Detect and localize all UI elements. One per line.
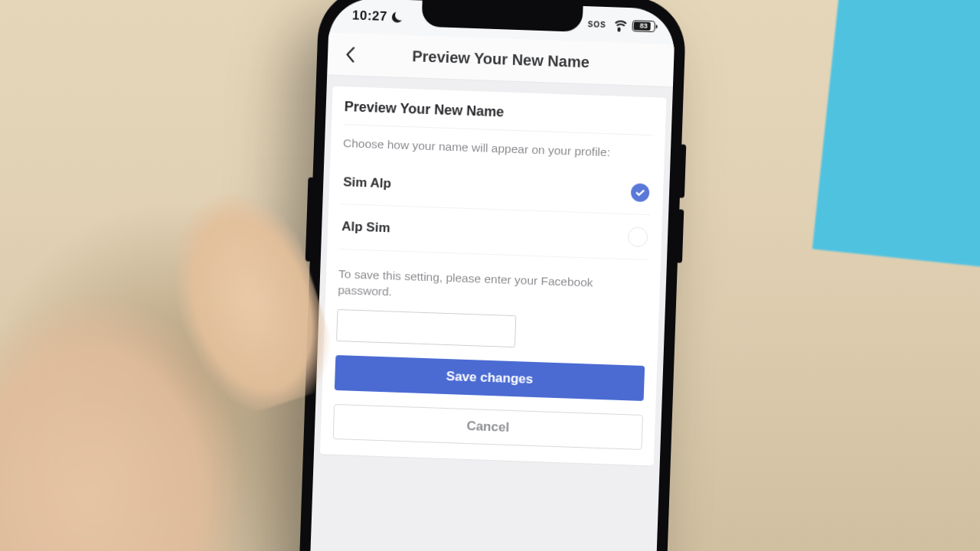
name-option-label: Sim Alp	[343, 174, 391, 191]
phone-screen: 10:27 SOS 83	[305, 0, 676, 551]
volume-up-button	[678, 144, 686, 197]
volume-down-button	[676, 209, 684, 262]
phone: 10:27 SOS 83	[293, 0, 687, 551]
password-input[interactable]	[336, 309, 517, 347]
chevron-left-icon	[345, 47, 355, 62]
save-changes-button[interactable]: Save changes	[335, 355, 645, 401]
phone-notch	[421, 1, 583, 32]
page-title: Preview Your New Name	[363, 46, 665, 74]
status-left: 10:27	[346, 8, 403, 25]
unselected-check-icon	[628, 227, 648, 247]
selected-check-icon	[631, 183, 650, 202]
power-button	[305, 178, 315, 262]
sos-indicator: SOS	[587, 20, 606, 29]
name-option-label: Alp Sim	[341, 219, 390, 236]
battery-percent: 83	[640, 22, 648, 30]
hand-silhouette	[0, 92, 352, 551]
status-time: 10:27	[352, 8, 388, 24]
scene-background: 10:27 SOS 83	[0, 0, 980, 551]
do-not-disturb-icon	[392, 11, 403, 22]
status-right: SOS 83	[587, 18, 658, 32]
battery-icon: 83	[632, 20, 655, 32]
preview-card: Preview Your New Name Choose how your na…	[320, 86, 667, 466]
wifi-icon	[612, 20, 626, 31]
back-button[interactable]	[337, 41, 364, 67]
cancel-button[interactable]: Cancel	[333, 404, 643, 450]
password-help-text: To save this setting, please enter your …	[338, 249, 648, 320]
content-area: Preview Your New Name Choose how your na…	[305, 75, 673, 551]
